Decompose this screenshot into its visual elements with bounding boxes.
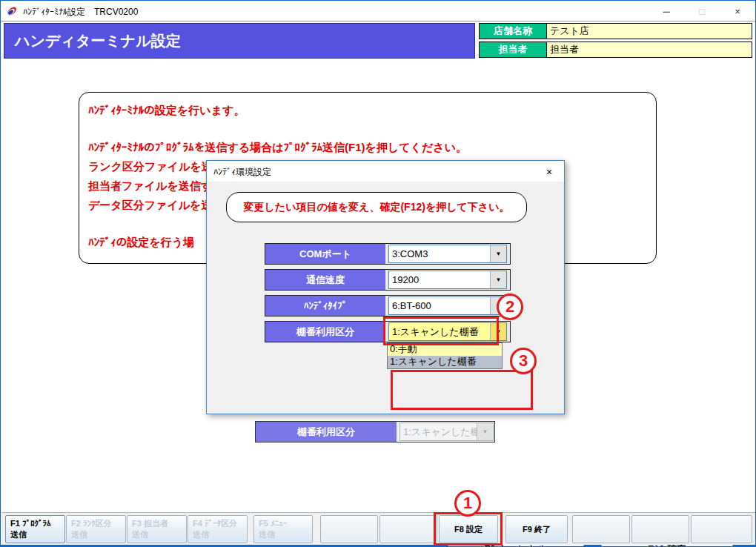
page-title: ハンディターミナル設定 <box>4 23 475 59</box>
dialog-close-icon[interactable]: × <box>539 165 560 179</box>
empty-function-button <box>379 515 437 543</box>
close-icon[interactable]: × <box>720 1 755 21</box>
step3-highlight-box <box>391 370 533 410</box>
f4-data-send-button: F4 ﾃﾞｰﾀ区分 送信 <box>188 515 248 543</box>
shelf-usage-field-disabled: 棚番利用区分 1:スキャンした棚番 ▼ <box>255 421 495 442</box>
button-label: 送信 <box>193 529 247 540</box>
step2-highlight-box <box>383 316 499 345</box>
f2-rank-send-button: F2 ﾗﾝｸ区分 送信 <box>66 515 126 543</box>
baud-rate-combo[interactable]: 19200 ▼ <box>388 271 507 289</box>
button-label: 送信 <box>10 529 64 540</box>
com-port-row: COMポート 3:COM3 ▼ <box>265 243 511 265</box>
page-header: ハンディターミナル設定 店舗名称 テスト店 担当者 担当者 <box>1 22 755 60</box>
empty-function-button <box>631 515 689 543</box>
shelf-usage-label: 棚番利用区分 <box>256 422 397 442</box>
handy-type-row: ﾊﾝﾃﾞｨﾀｲﾌﾟ 6:BT-600 ▼ <box>265 295 511 316</box>
dialog-message: 変更したい項目の値を変え、確定(F12)を押して下さい。 <box>243 201 509 214</box>
instruction-line: ランク区分ファイルを送 <box>88 160 213 174</box>
f1-program-send-button[interactable]: F1 ﾌﾟﾛｸﾞﾗﾑ 送信 <box>5 515 65 543</box>
button-label: F3 担当者 <box>132 518 186 529</box>
dialog-message-box: 変更したい項目の値を変え、確定(F12)を押して下さい。 <box>226 192 527 222</box>
empty-function-button <box>572 515 630 543</box>
chevron-down-icon: ▼ <box>477 423 493 440</box>
instruction-line: ﾊﾝﾃﾞｨﾀｰﾐﾅﾙのﾌﾟﾛｸﾞﾗﾑを送信する場合はﾌﾟﾛｸﾞﾗﾑ送信(F1)を… <box>88 141 467 155</box>
button-label: F5 ﾒﾆｭｰ <box>259 518 312 529</box>
handy-type-value: 6:BT-600 <box>389 297 506 314</box>
baud-rate-row: 通信速度 19200 ▼ <box>265 269 511 291</box>
store-name-value: テスト店 <box>547 23 752 39</box>
chevron-down-icon[interactable]: ▼ <box>490 271 506 288</box>
step2-badge: 2 <box>497 294 523 320</box>
button-label: 送信 <box>132 529 186 540</box>
baud-rate-value: 19200 <box>389 271 506 288</box>
window-title: ﾊﾝﾃﾞｨﾀｰﾐﾅﾙ設定 TRCV0200 <box>23 6 138 19</box>
button-label: 送信 <box>71 529 125 540</box>
dropdown-option-scanned[interactable]: 1:スキャンした棚番 <box>388 356 502 368</box>
dialog-title: ﾊﾝﾃﾞｨ環境設定 <box>213 166 271 179</box>
button-label: 送信 <box>259 529 312 540</box>
button-label: F4 ﾃﾞｰﾀ区分 <box>193 518 247 529</box>
staff-value: 担当者 <box>547 42 752 58</box>
button-label: F2 ﾗﾝｸ区分 <box>71 518 125 529</box>
empty-function-button <box>320 515 378 543</box>
minimize-icon[interactable]: ─ <box>649 1 684 21</box>
empty-function-button <box>691 515 752 543</box>
handy-type-label: ﾊﾝﾃﾞｨﾀｲﾌﾟ <box>265 296 385 316</box>
step3-badge: 3 <box>510 348 537 374</box>
store-name-label: 店舗名称 <box>479 23 547 39</box>
function-key-bar: F1 ﾌﾟﾛｸﾞﾗﾑ 送信 F2 ﾗﾝｸ区分 送信 F3 担当者 送信 F4 ﾃ… <box>1 512 756 545</box>
com-port-value: 3:COM3 <box>389 245 506 262</box>
shelf-usage-label: 棚番利用区分 <box>265 322 385 342</box>
f3-staff-send-button: F3 担当者 送信 <box>127 515 187 543</box>
com-port-combo[interactable]: 3:COM3 ▼ <box>388 245 507 263</box>
instruction-line: ﾊﾝﾃﾞｨの設定を行う場 <box>88 236 194 250</box>
shelf-usage-dropdown-list: 0:手動 1:スキャンした棚番 <box>387 342 503 369</box>
button-label: F1 ﾌﾟﾛｸﾞﾗﾑ <box>10 518 64 529</box>
shelf-usage-combo-disabled: 1:スキャンした棚番 ▼ <box>399 422 494 441</box>
chevron-down-icon[interactable]: ▼ <box>490 245 506 262</box>
step1-badge: 1 <box>454 490 481 517</box>
dialog-titlebar: ﾊﾝﾃﾞｨ環境設定 × <box>207 161 564 182</box>
handy-type-combo[interactable]: 6:BT-600 ▼ <box>388 296 507 315</box>
step1-highlight-box <box>434 512 503 546</box>
maximize-icon: □ <box>684 1 720 21</box>
instruction-line: ﾊﾝﾃﾞｨﾀｰﾐﾅﾙの設定を行います。 <box>88 104 245 118</box>
staff-label: 担当者 <box>479 42 547 58</box>
f5-menu-send-button: F5 ﾒﾆｭｰ 送信 <box>253 515 313 543</box>
titlebar: ﾊﾝﾃﾞｨﾀｰﾐﾅﾙ設定 TRCV0200 ─ □ × <box>1 1 755 21</box>
instruction-line: データ区分ファイルを送 <box>88 199 212 213</box>
app-window: ﾊﾝﾃﾞｨﾀｰﾐﾅﾙ設定 TRCV0200 ─ □ × ハンディターミナル設定 … <box>0 0 756 547</box>
app-icon <box>6 5 18 17</box>
baud-rate-label: 通信速度 <box>265 270 385 290</box>
f9-exit-button[interactable]: F9 終了 <box>505 515 568 543</box>
instruction-line: 担当者ファイルを送信す <box>88 179 212 193</box>
com-port-label: COMポート <box>265 244 385 264</box>
